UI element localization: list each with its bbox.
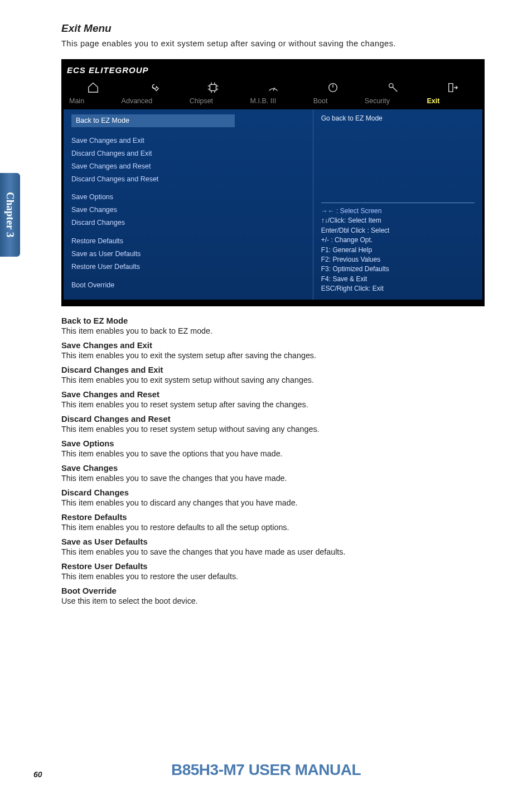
tab-mib[interactable]: M.I.B. III	[250, 96, 313, 106]
menu-back-ez-label: Back to EZ Mode	[71, 114, 235, 127]
item-heading: Back to EZ Mode	[61, 316, 485, 325]
bios-tab-labels: Main Advanced Chipset M.I.B. III Boot Se…	[61, 96, 485, 109]
item-heading: Save Changes and Exit	[61, 341, 485, 350]
menu-item[interactable]: Save Changes and Reset	[69, 160, 307, 173]
help-key-line: F3: Optimized Defaults	[321, 264, 475, 274]
brand-name: ELITEGROUP	[89, 65, 149, 75]
help-key-line: →← : Select Screen	[321, 206, 475, 216]
bios-header: ECS ELITEGROUP	[61, 59, 485, 81]
help-description: Go back to EZ Mode	[321, 113, 475, 127]
tab-security[interactable]: Security	[365, 96, 427, 106]
menu-group-3: Restore Defaults Save as User Defaults R…	[69, 235, 307, 273]
chip-icon	[194, 81, 233, 94]
item-text: This item enables you to save the option…	[61, 449, 485, 458]
help-key-line: +/- : Change Opt.	[321, 235, 475, 245]
item-heading: Boot Override	[61, 586, 485, 595]
menu-group-4: Boot Override	[69, 279, 307, 292]
menu-group-2: Save Options Save Changes Discard Change…	[69, 191, 307, 229]
help-key-line: F2: Previous Values	[321, 255, 475, 264]
menu-item[interactable]: Restore Defaults	[69, 235, 307, 248]
item-heading: Save Changes and Reset	[61, 390, 485, 399]
item-heading: Save Changes	[61, 464, 485, 473]
item-heading: Restore User Defaults	[61, 562, 485, 571]
item-text: This item enables you to back to EZ mode…	[61, 326, 485, 335]
item-text: This item enables you to save the change…	[61, 547, 485, 556]
bios-brand: ECS ELITEGROUP	[67, 65, 149, 75]
chapter-label: Chapter 3	[4, 192, 16, 237]
help-key-line: F1: General Help	[321, 246, 475, 255]
item-heading: Discard Changes	[61, 488, 485, 497]
item-text: This item enables you to reset system se…	[61, 400, 485, 409]
bios-menu-pane: Back to EZ Mode Save Changes and Exit Di…	[64, 109, 313, 300]
menu-group-1: Save Changes and Exit Discard Changes an…	[69, 134, 307, 186]
home-icon	[74, 81, 113, 94]
item-text: This item enables you to restore the use…	[61, 572, 485, 581]
item-text: Use this item to select the boot device.	[61, 596, 485, 605]
item-text: This item enables you to save the change…	[61, 474, 485, 483]
key-icon	[374, 81, 413, 94]
menu-item[interactable]: Discard Changes and Exit	[69, 147, 307, 160]
svg-point-2	[389, 84, 393, 88]
item-heading: Discard Changes and Exit	[61, 365, 485, 374]
bios-help-pane: Go back to EZ Mode →← : Select Screen ↑↓…	[313, 109, 482, 300]
menu-item[interactable]: Save Changes	[69, 204, 307, 216]
menu-item[interactable]: Restore User Defaults	[69, 261, 307, 273]
menu-item[interactable]: Save as User Defaults	[69, 248, 307, 261]
item-text: This item enables you to exit system set…	[61, 376, 485, 384]
help-keys: →← : Select Screen ↑↓/Click: Select Item…	[321, 203, 475, 294]
menu-save-options-header: Save Options	[69, 191, 307, 204]
help-key-line: ESC/Right Click: Exit	[321, 284, 475, 293]
chapter-side-tab: Chapter 3	[0, 173, 20, 257]
exit-icon	[433, 81, 472, 94]
item-heading: Restore Defaults	[61, 513, 485, 522]
help-key-line: ↑↓/Click: Select Item	[321, 216, 475, 225]
page-number: 60	[33, 770, 42, 779]
tab-boot[interactable]: Boot	[313, 96, 365, 106]
menu-item[interactable]: Boot Override	[69, 279, 307, 292]
help-key-line: F4: Save & Exit	[321, 275, 475, 284]
tab-main[interactable]: Main	[69, 96, 122, 106]
help-key-line: Enter/Dbl Click : Select	[321, 226, 475, 235]
gauge-icon	[254, 81, 293, 94]
bios-screenshot: ECS ELITEGROUP Main Advanced Chipset M.I…	[61, 59, 485, 306]
item-heading: Save as User Defaults	[61, 537, 485, 546]
item-text: This item enables you to discard any cha…	[61, 498, 485, 507]
bios-tab-icon-row	[61, 81, 485, 96]
item-heading: Discard Changes and Reset	[61, 415, 485, 423]
descriptions: Back to EZ Mode This item enables you to…	[61, 316, 485, 605]
svg-rect-0	[210, 85, 216, 91]
tab-chipset[interactable]: Chipset	[190, 96, 250, 106]
brand-prefix: ECS	[67, 65, 86, 75]
menu-item[interactable]: Save Changes and Exit	[69, 134, 307, 147]
item-text: This item enables you to exit the system…	[61, 351, 485, 360]
item-text: This item enables you to reset system se…	[61, 425, 485, 434]
power-icon	[313, 81, 352, 94]
menu-item[interactable]: Discard Changes and Reset	[69, 173, 307, 186]
section-title: Exit Menu	[61, 22, 485, 35]
menu-item[interactable]: Discard Changes	[69, 216, 307, 229]
item-text: This item enables you to restore default…	[61, 523, 485, 532]
tab-exit[interactable]: Exit	[427, 96, 477, 106]
section-intro: This page enables you to exit system set…	[61, 38, 485, 50]
menu-back-ez[interactable]: Back to EZ Mode	[69, 113, 307, 129]
wrench-icon	[134, 81, 173, 94]
item-heading: Save Options	[61, 439, 485, 448]
footer-manual-title: B85H3-M7 USER MANUAL	[0, 761, 532, 779]
bios-body: Back to EZ Mode Save Changes and Exit Di…	[64, 109, 482, 300]
tab-advanced[interactable]: Advanced	[122, 96, 190, 106]
